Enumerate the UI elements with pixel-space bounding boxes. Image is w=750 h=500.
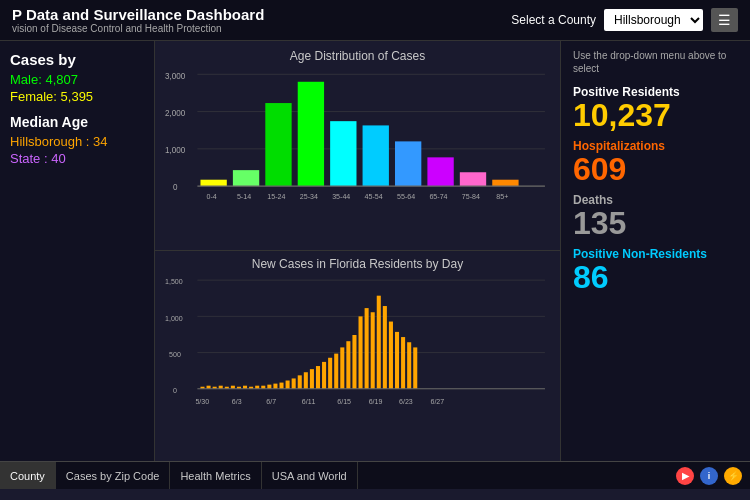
svg-text:1,000: 1,000 <box>165 314 183 322</box>
svg-rect-67 <box>383 306 387 389</box>
menu-button[interactable]: ☰ <box>711 8 738 32</box>
right-panel-hint: Use the drop-down menu above to select <box>573 49 738 75</box>
positive-non-residents-block: Positive Non-Residents 86 <box>573 247 738 293</box>
svg-text:6/7: 6/7 <box>266 398 276 406</box>
svg-rect-49 <box>273 384 277 389</box>
tab-county[interactable]: County <box>0 462 56 489</box>
footer-tabs: County Cases by Zip Code Health Metrics … <box>0 461 750 489</box>
county-label: Select a County <box>511 13 596 27</box>
center-panel: Age Distribution of Cases 3,000 2,000 1,… <box>155 41 560 461</box>
svg-text:1,000: 1,000 <box>165 145 186 155</box>
age-bar-chart-svg: 3,000 2,000 1,000 0 0-4 5-14 15-24 <box>165 69 550 234</box>
svg-rect-8 <box>200 180 226 186</box>
svg-text:25-34: 25-34 <box>300 192 318 201</box>
new-cases-title: New Cases in Florida Residents by Day <box>165 257 550 271</box>
svg-rect-62 <box>352 335 356 389</box>
male-count: Male: 4,807 <box>10 72 144 87</box>
svg-text:3,000: 3,000 <box>165 70 186 80</box>
svg-rect-64 <box>365 308 369 389</box>
svg-rect-20 <box>395 141 421 186</box>
hospitalizations-value: 609 <box>573 153 738 185</box>
svg-text:0-4: 0-4 <box>207 192 217 201</box>
svg-rect-53 <box>298 375 302 388</box>
svg-rect-24 <box>460 172 486 186</box>
footer-icon-play[interactable]: ▶ <box>676 467 694 485</box>
right-panel: Use the drop-down menu above to select P… <box>560 41 750 461</box>
header-right: Select a County Hillsborough ☰ <box>511 8 738 32</box>
app-title: P Data and Surveillance Dashboard <box>12 6 264 23</box>
svg-text:6/27: 6/27 <box>430 398 444 406</box>
svg-rect-66 <box>377 296 381 389</box>
age-distribution-chart: Age Distribution of Cases 3,000 2,000 1,… <box>155 41 560 251</box>
hillsborough-median-age: Hillsborough : 34 <box>10 134 144 149</box>
county-select[interactable]: Hillsborough <box>604 9 703 31</box>
svg-rect-59 <box>334 354 338 389</box>
svg-rect-12 <box>265 103 291 186</box>
age-chart-title: Age Distribution of Cases <box>165 49 550 63</box>
svg-rect-56 <box>316 366 320 389</box>
positive-non-residents-value: 86 <box>573 261 738 293</box>
svg-rect-18 <box>363 125 389 186</box>
tab-usa-world-label: USA and World <box>272 470 347 482</box>
svg-rect-60 <box>340 347 344 388</box>
svg-text:6/11: 6/11 <box>302 398 316 406</box>
svg-text:0: 0 <box>173 387 177 395</box>
svg-rect-14 <box>298 82 324 186</box>
hospitalizations-block: Hospitalizations 609 <box>573 139 738 185</box>
svg-text:5/30: 5/30 <box>195 398 209 406</box>
svg-text:6/15: 6/15 <box>337 398 351 406</box>
footer-icon-flash[interactable]: ⚡ <box>724 467 742 485</box>
svg-text:6/23: 6/23 <box>399 398 413 406</box>
svg-rect-22 <box>427 157 453 186</box>
svg-rect-16 <box>330 121 356 186</box>
svg-text:2,000: 2,000 <box>165 108 186 118</box>
svg-rect-50 <box>279 383 283 389</box>
new-cases-chart-container: 1,500 1,000 500 0 <box>165 275 550 425</box>
svg-rect-70 <box>401 337 405 389</box>
svg-rect-55 <box>310 369 314 389</box>
tab-health-metrics[interactable]: Health Metrics <box>170 462 261 489</box>
svg-rect-69 <box>395 332 399 389</box>
age-bar-chart-container: 3,000 2,000 1,000 0 0-4 5-14 15-24 <box>165 69 550 234</box>
cases-by-title: Cases by <box>10 51 144 68</box>
state-median-age: State : 40 <box>10 151 144 166</box>
female-count: Female: 5,395 <box>10 89 144 104</box>
tab-county-label: County <box>10 470 45 482</box>
footer-icon-info[interactable]: i <box>700 467 718 485</box>
svg-rect-71 <box>407 342 411 389</box>
svg-rect-58 <box>328 358 332 389</box>
tab-cases-by-zip-label: Cases by Zip Code <box>66 470 160 482</box>
svg-text:6/3: 6/3 <box>232 398 242 406</box>
svg-text:85+: 85+ <box>496 192 508 201</box>
positive-residents-block: Positive Residents 10,237 <box>573 85 738 131</box>
new-cases-svg: 1,500 1,000 500 0 <box>165 275 550 425</box>
svg-rect-54 <box>304 372 308 389</box>
footer-icons: ▶ i ⚡ <box>668 462 750 489</box>
header: P Data and Surveillance Dashboard vision… <box>0 0 750 41</box>
svg-rect-65 <box>371 312 375 389</box>
svg-text:75-84: 75-84 <box>462 192 480 201</box>
svg-rect-48 <box>267 385 271 389</box>
header-left: P Data and Surveillance Dashboard vision… <box>12 6 264 34</box>
svg-text:500: 500 <box>169 351 181 359</box>
left-panel: Cases by Male: 4,807 Female: 5,395 Media… <box>0 41 155 461</box>
deaths-block: Deaths 135 <box>573 193 738 239</box>
deaths-value: 135 <box>573 207 738 239</box>
svg-text:65-74: 65-74 <box>429 192 447 201</box>
tab-cases-by-zip[interactable]: Cases by Zip Code <box>56 462 171 489</box>
median-age-title: Median Age <box>10 114 144 130</box>
tab-usa-world[interactable]: USA and World <box>262 462 358 489</box>
svg-text:1,500: 1,500 <box>165 278 183 286</box>
svg-text:0: 0 <box>173 182 178 192</box>
positive-residents-value: 10,237 <box>573 99 738 131</box>
svg-text:45-54: 45-54 <box>365 192 383 201</box>
svg-text:15-24: 15-24 <box>267 192 285 201</box>
svg-rect-68 <box>389 322 393 389</box>
svg-rect-51 <box>286 381 290 389</box>
svg-rect-63 <box>359 316 363 388</box>
svg-rect-10 <box>233 170 259 186</box>
svg-rect-61 <box>346 341 350 389</box>
svg-rect-72 <box>413 347 417 388</box>
app-subtitle: vision of Disease Control and Health Pro… <box>12 23 264 34</box>
svg-rect-57 <box>322 362 326 389</box>
